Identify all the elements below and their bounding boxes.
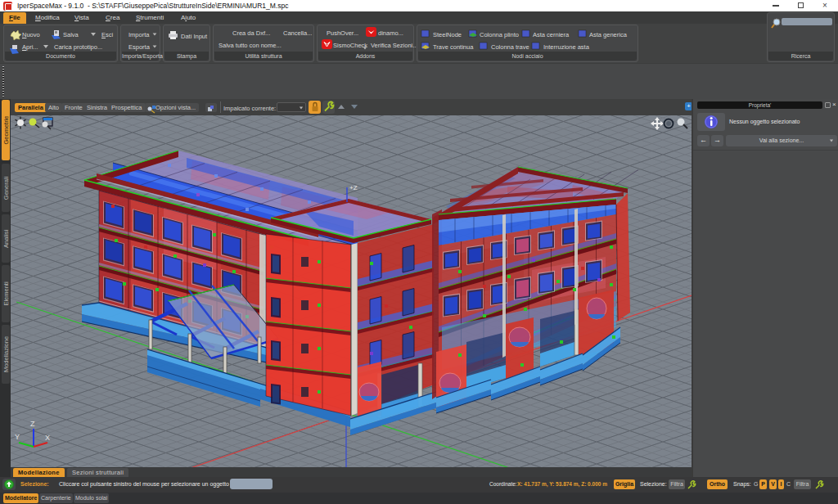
svg-text:Y: Y xyxy=(15,433,20,441)
svg-text:Z: Z xyxy=(30,420,35,428)
svg-text:X: X xyxy=(45,434,50,442)
svg-text:+Z: +Z xyxy=(349,184,358,191)
